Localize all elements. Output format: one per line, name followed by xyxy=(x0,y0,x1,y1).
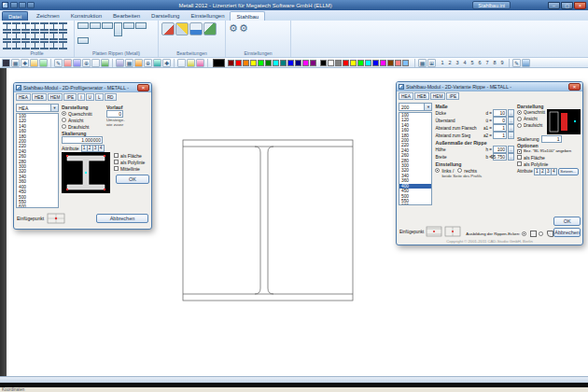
breite-field[interactable]: 95.750 xyxy=(493,153,507,161)
ribbon-tab[interactable]: Bearbeiten xyxy=(107,11,146,21)
tool-icon[interactable] xyxy=(63,59,72,67)
ribbon-tab[interactable]: Zeichnen xyxy=(31,11,65,21)
insert-point-diagram[interactable] xyxy=(47,213,65,224)
current-color-swatch[interactable] xyxy=(213,59,225,67)
save-icon[interactable] xyxy=(10,2,18,8)
profile-icon[interactable] xyxy=(12,32,21,40)
color-swatch[interactable] xyxy=(387,60,394,66)
ribbon-tab[interactable]: Datei xyxy=(2,11,28,21)
profile-type-tab[interactable]: IPE xyxy=(446,92,459,100)
skalierung-field[interactable]: 1.000000 xyxy=(62,136,103,144)
tool-icon[interactable]: ⊕ xyxy=(144,59,152,67)
tool-icon[interactable] xyxy=(101,59,109,67)
redo-icon[interactable] xyxy=(27,2,35,8)
profile-series-select[interactable]: 200 ▼ xyxy=(399,103,432,111)
gear-icon[interactable]: ⚙ xyxy=(229,22,238,35)
ribbon-tab[interactable]: Darstellung xyxy=(146,11,185,21)
profile-type-tab[interactable]: HEA xyxy=(399,92,413,100)
ribbon-tab[interactable]: Stahlbau xyxy=(230,11,265,21)
profile-size-item[interactable]: 600 xyxy=(399,203,431,205)
layer-number-button[interactable]: 1 xyxy=(439,60,446,65)
tool-icon[interactable] xyxy=(153,59,161,67)
layer-number-button[interactable]: 7 xyxy=(483,60,491,65)
profile-l-icon[interactable] xyxy=(59,22,67,31)
profile-icon[interactable] xyxy=(49,32,58,40)
radio-querschnitt[interactable] xyxy=(62,111,66,116)
profile-icon[interactable] xyxy=(12,41,21,49)
color-swatch[interactable] xyxy=(357,60,364,66)
radio-querschnitt[interactable] xyxy=(517,110,522,115)
attribute-button[interactable]: 4 xyxy=(98,145,105,152)
color-swatch[interactable] xyxy=(273,60,279,66)
color-swatch[interactable] xyxy=(402,60,409,66)
pick-button[interactable]: … xyxy=(508,109,514,117)
color-swatch[interactable] xyxy=(328,60,334,66)
color-swatch[interactable] xyxy=(343,60,349,66)
checkbox-als-flaeche[interactable] xyxy=(114,153,119,158)
chevron-down-icon[interactable]: ▼ xyxy=(424,104,431,110)
color-swatch[interactable] xyxy=(395,60,401,66)
color-swatch[interactable] xyxy=(302,60,309,66)
pick-button[interactable]: … xyxy=(508,117,514,124)
tool-icon[interactable] xyxy=(187,59,195,67)
tool-icon[interactable] xyxy=(39,59,48,67)
left-dock-panel[interactable] xyxy=(0,68,7,376)
color-swatch[interactable] xyxy=(295,60,301,66)
new-icon[interactable]: ▦ xyxy=(11,59,20,67)
profile-type-tab[interactable]: HEM xyxy=(48,93,63,101)
layer-number-button[interactable]: 6 xyxy=(476,60,483,65)
color-swatch[interactable] xyxy=(380,60,386,66)
profile-u-icon[interactable] xyxy=(49,22,58,31)
pick-button[interactable]: … xyxy=(508,146,514,153)
setzen-button[interactable]: Setzen... xyxy=(558,168,579,175)
tool-icon[interactable] xyxy=(116,59,124,67)
open-icon[interactable]: ✚ xyxy=(21,59,29,67)
beam-section-drawing[interactable] xyxy=(180,133,357,308)
profile-type-tab[interactable]: HEB xyxy=(414,92,429,100)
plate-icon[interactable] xyxy=(90,22,101,29)
skalierung-field[interactable]: 1 xyxy=(541,135,562,143)
tool-icon[interactable]: ✚ xyxy=(162,59,171,67)
profile-icon[interactable] xyxy=(59,32,67,40)
profile-type-tab[interactable]: U xyxy=(86,93,94,101)
tool-icon[interactable]: ✎ xyxy=(512,59,521,67)
radio-ansicht[interactable] xyxy=(62,118,66,122)
dialog-title-bar[interactable]: Stahlbau-Modul - 2D-Profilgenerator - ME… xyxy=(14,83,151,92)
profile-icon[interactable] xyxy=(3,32,11,40)
profile-icon[interactable] xyxy=(21,41,30,49)
checkbox-als-polylinie[interactable] xyxy=(114,160,119,164)
profile-size-item[interactable]: 600 xyxy=(17,204,58,208)
plate-icon[interactable] xyxy=(123,22,134,29)
layer-number-button[interactable]: 4 xyxy=(461,60,469,65)
rib-icon[interactable] xyxy=(114,22,122,36)
cancel-button[interactable]: Abbrechen xyxy=(553,228,581,237)
document-tab[interactable]: Stahlbau.ini xyxy=(472,1,511,9)
weld-tool-icon[interactable] xyxy=(189,22,203,35)
tool-icon[interactable]: ▦ xyxy=(125,59,133,67)
layer-number-button[interactable]: 2 xyxy=(446,60,454,65)
profile-i-icon[interactable] xyxy=(40,22,49,31)
profile-icon[interactable] xyxy=(49,41,58,49)
color-swatch[interactable] xyxy=(235,60,242,66)
color-swatch[interactable] xyxy=(320,60,327,66)
profile-hea-icon[interactable] xyxy=(3,22,11,31)
profile-type-tab[interactable]: I xyxy=(77,93,84,101)
radio-draufsicht[interactable] xyxy=(517,123,522,128)
ok-button[interactable]: OK xyxy=(553,217,581,226)
tool-icon[interactable] xyxy=(134,59,143,67)
plate-icon[interactable] xyxy=(77,37,89,44)
radio-ecke-rund[interactable] xyxy=(539,231,543,236)
profile-icon[interactable] xyxy=(59,41,67,49)
color-swatch[interactable] xyxy=(258,60,264,66)
profile-type-tab[interactable]: L xyxy=(95,93,104,101)
layer-number-button[interactable]: 8 xyxy=(491,60,498,65)
pick-button[interactable]: … xyxy=(508,153,514,161)
zoom-icon[interactable]: ⊕ xyxy=(82,59,91,67)
ok-button[interactable]: OK xyxy=(116,175,149,184)
checkbox-als-polylinie[interactable] xyxy=(517,161,522,166)
color-swatch[interactable] xyxy=(243,60,249,66)
plate-icon[interactable] xyxy=(135,22,147,29)
color-swatch[interactable] xyxy=(265,60,272,66)
color-swatch[interactable] xyxy=(365,60,371,66)
color-swatch[interactable] xyxy=(250,60,257,66)
